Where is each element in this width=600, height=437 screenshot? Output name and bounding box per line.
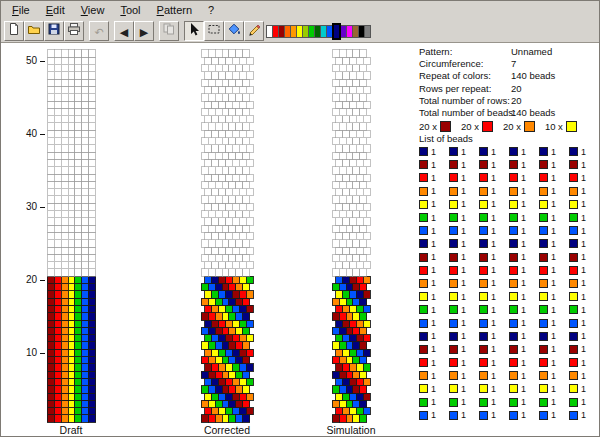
bead-count-label: 1 — [521, 397, 526, 407]
bead-list-item: 1 — [479, 158, 509, 171]
menu-item-view[interactable]: View — [73, 2, 113, 19]
bead-color-swatch — [419, 173, 428, 182]
simulation-grid[interactable] — [331, 49, 372, 423]
bead-list-item: 1 — [449, 343, 479, 356]
save-button[interactable] — [44, 21, 64, 41]
fill-tool-button[interactable] — [224, 21, 244, 41]
menu-item-tool[interactable]: Tool — [112, 2, 148, 19]
bead-count-label: 1 — [491, 358, 496, 368]
bead-count-label: 1 — [491, 186, 496, 196]
bead-list-item: 1 — [539, 396, 569, 409]
bead-color-swatch — [569, 187, 578, 196]
bead-color-swatch — [419, 160, 428, 169]
palette-color-11[interactable] — [332, 23, 341, 40]
bead-count-label: 1 — [461, 371, 466, 381]
bead-list-item: 1 — [479, 343, 509, 356]
corrected-grid[interactable] — [200, 49, 255, 423]
bead-list-item: 1 — [509, 343, 539, 356]
bead-color-swatch — [449, 384, 458, 393]
undo-button[interactable]: ↶ — [89, 21, 109, 41]
bead-color-swatch — [479, 398, 488, 407]
pattern-info-label: Rows per repeat: — [419, 83, 511, 95]
bead-list-item: 1 — [479, 211, 509, 224]
print-button[interactable] — [64, 21, 84, 41]
bead-count-label: 1 — [491, 173, 496, 183]
shift-right-button[interactable]: ▶ — [134, 21, 154, 41]
bead-list-item: 1 — [419, 356, 449, 369]
bead-list-item: 1 — [419, 316, 449, 329]
bead-color-swatch — [509, 332, 518, 341]
bead-count-label: 1 — [461, 292, 466, 302]
bead-list-item: 1 — [449, 356, 479, 369]
bead-list-item: 1 — [479, 185, 509, 198]
color-count-swatch — [524, 121, 535, 132]
bead-count-label: 1 — [491, 265, 496, 275]
bead-count-label: 1 — [461, 239, 466, 249]
menu-item-edit[interactable]: Edit — [38, 2, 73, 19]
bead-count-label: 1 — [461, 226, 466, 236]
bead-list-item: 1 — [419, 409, 449, 422]
pointer-tool-button[interactable] — [184, 21, 204, 41]
bead-count-label: 1 — [431, 199, 436, 209]
bead-color-swatch — [539, 187, 548, 196]
row-number-50: 50 — [19, 55, 37, 66]
bead-list-item: 1 — [539, 171, 569, 184]
row-number-10: 10 — [19, 347, 37, 358]
bead-count-label: 1 — [551, 410, 556, 420]
bead-list-item: 1 — [509, 330, 539, 343]
bead-count-label: 1 — [521, 252, 526, 262]
open-button[interactable] — [24, 21, 44, 41]
simulation-view-label: Simulation — [306, 424, 396, 436]
bead-count-label: 1 — [581, 147, 586, 157]
shift-left-button[interactable]: ◀ — [114, 21, 134, 41]
bead-count-label: 1 — [491, 331, 496, 341]
bead-count-label: 1 — [581, 252, 586, 262]
bead-list-item: 1 — [539, 356, 569, 369]
bead-count-label: 1 — [431, 226, 436, 236]
draft-grid[interactable] — [46, 49, 97, 423]
bead-color-swatch — [569, 345, 578, 354]
menu-item-help[interactable]: ? — [200, 2, 222, 19]
bead-list-item: 1 — [449, 330, 479, 343]
bead-count-label: 1 — [521, 318, 526, 328]
bead-list-item: 1 — [449, 224, 479, 237]
bead-list-item: 1 — [449, 409, 479, 422]
bead-list-item: 1 — [449, 185, 479, 198]
bead-count-label: 1 — [461, 186, 466, 196]
bead-list-item: 1 — [479, 251, 509, 264]
bead-count-label: 1 — [461, 344, 466, 354]
bead-count-label: 1 — [461, 213, 466, 223]
bead-color-swatch — [479, 332, 488, 341]
pattern-info-value: 7 — [511, 58, 516, 70]
copy-button[interactable] — [159, 21, 179, 41]
bead-count-label: 1 — [461, 397, 466, 407]
bead-list-item: 1 — [419, 158, 449, 171]
menu-bar: FileEditViewToolPattern? — [1, 1, 600, 20]
bead-count-label: 1 — [581, 331, 586, 341]
menu-item-pattern[interactable]: Pattern — [149, 2, 200, 19]
bead-color-swatch — [419, 371, 428, 380]
bead-count-label: 1 — [491, 384, 496, 394]
bead-count-label: 1 — [491, 213, 496, 223]
pencil-tool-button[interactable] — [244, 21, 264, 41]
bead-color-swatch — [509, 345, 518, 354]
new-button[interactable] — [4, 21, 24, 41]
bead-color-swatch — [509, 398, 518, 407]
bead-count-label: 1 — [521, 384, 526, 394]
bead-count-label: 1 — [551, 397, 556, 407]
bead-count-label: 1 — [581, 371, 586, 381]
bead-color-swatch — [509, 253, 518, 262]
menu-item-file[interactable]: File — [4, 2, 38, 19]
bead-count-label: 1 — [581, 173, 586, 183]
select-tool-button[interactable] — [204, 21, 224, 41]
bead-color-swatch — [419, 305, 428, 314]
palette-color-16[interactable] — [364, 25, 371, 38]
bead-list-item: 1 — [539, 264, 569, 277]
bead-color-swatch — [569, 160, 578, 169]
bead-color-swatch — [479, 345, 488, 354]
row-tick-20 — [40, 280, 45, 281]
bead-list-item: 1 — [569, 277, 599, 290]
bead-color-swatch — [569, 371, 578, 380]
bead-list-item: 1 — [569, 303, 599, 316]
undo-arrow-icon: ↶ — [94, 22, 103, 40]
